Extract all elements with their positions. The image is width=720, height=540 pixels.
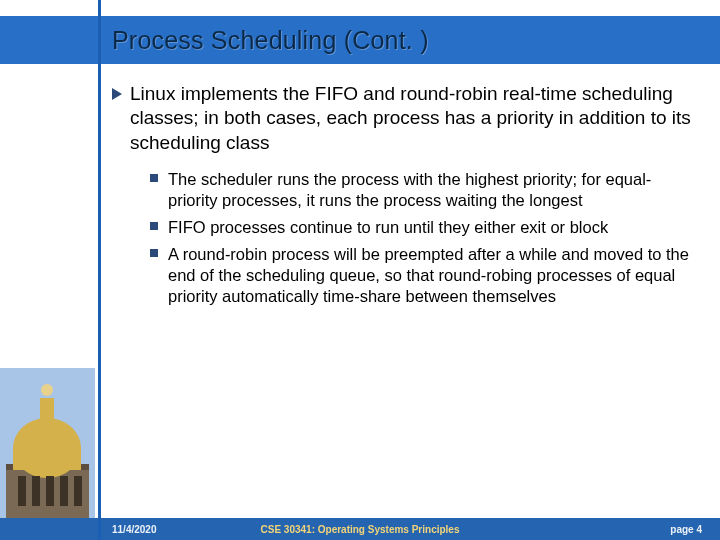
- svg-rect-9: [32, 476, 40, 506]
- svg-rect-6: [40, 398, 54, 422]
- bullet-marker-square-icon: [150, 169, 168, 211]
- slide: Process Scheduling (Cont. ) Linux implem…: [0, 0, 720, 540]
- slide-body: Linux implements the FIFO and round-robi…: [112, 82, 700, 314]
- slide-title: Process Scheduling (Cont. ): [112, 26, 429, 55]
- footer-bar: 11/4/2020 CSE 30341: Operating Systems P…: [0, 518, 720, 540]
- bullet-marker-arrow-icon: [112, 82, 130, 155]
- svg-marker-0: [112, 88, 122, 100]
- footer-page-number: page 4: [670, 518, 702, 540]
- bullet-level1: Linux implements the FIFO and round-robi…: [112, 82, 700, 155]
- vertical-rule: [98, 0, 101, 540]
- bullet-marker-square-icon: [150, 244, 168, 307]
- svg-rect-5: [13, 448, 81, 470]
- bullet-text: Linux implements the FIFO and round-robi…: [130, 82, 700, 155]
- svg-point-7: [41, 384, 53, 396]
- bullet-level2: A round-robin process will be preempted …: [150, 244, 700, 307]
- bullet-level2: FIFO processes continue to run until the…: [150, 217, 700, 238]
- svg-rect-8: [18, 476, 26, 506]
- bullet-text: A round-robin process will be preempted …: [168, 244, 700, 307]
- bullet-text: The scheduler runs the process with the …: [168, 169, 700, 211]
- svg-rect-10: [46, 476, 54, 506]
- footer-course: CSE 30341: Operating Systems Principles: [0, 518, 720, 540]
- dome-image: [0, 368, 95, 518]
- sub-bullet-list: The scheduler runs the process with the …: [150, 169, 700, 308]
- svg-rect-11: [60, 476, 68, 506]
- title-bar: Process Scheduling (Cont. ): [0, 16, 720, 64]
- svg-rect-12: [74, 476, 82, 506]
- bullet-marker-square-icon: [150, 217, 168, 238]
- bullet-text: FIFO processes continue to run until the…: [168, 217, 608, 238]
- bullet-level2: The scheduler runs the process with the …: [150, 169, 700, 211]
